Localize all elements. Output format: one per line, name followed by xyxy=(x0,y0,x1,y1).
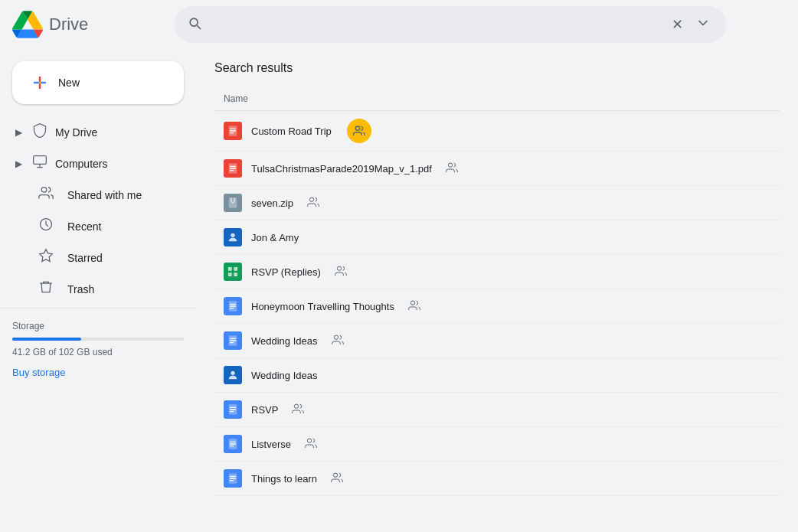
shared-icon xyxy=(307,196,319,211)
file-name-cell: seven.zip xyxy=(214,186,780,220)
file-name-text: Honeymoon Travelling Thoughts xyxy=(251,301,394,312)
file-name-text: Wedding Ideas xyxy=(251,370,318,381)
sidebar-item-starred[interactable]: Starred xyxy=(0,242,184,273)
results-table: Name Custom Road Trip TulsaChristmasPara… xyxy=(214,87,780,496)
file-type-icon xyxy=(224,366,242,384)
file-name-cell: Jon & Amy xyxy=(214,220,780,255)
table-row[interactable]: Custom Road Trip xyxy=(214,111,780,152)
file-name-text: RSVP (Replies) xyxy=(251,266,321,278)
file-name-cell: Honeymoon Travelling Thoughts xyxy=(214,289,780,324)
file-type-icon xyxy=(224,469,242,488)
file-name-cell: Custom Road Trip xyxy=(214,111,780,152)
main-layout: New ▶ My Drive ▶ Computers xyxy=(0,49,798,532)
storage-bar-fill xyxy=(12,338,81,341)
file-type-icon xyxy=(224,228,242,246)
table-row[interactable]: Wedding Ideas xyxy=(214,324,780,358)
svg-point-13 xyxy=(410,301,414,305)
sidebar-starred-label: Starred xyxy=(67,252,172,264)
shared-icon xyxy=(305,437,317,452)
sidebar-item-my-drive[interactable]: ▶ My Drive xyxy=(0,116,184,148)
shared-icon xyxy=(446,162,458,176)
file-type-icon xyxy=(224,194,242,212)
file-name-text: Wedding Ideas xyxy=(251,335,318,347)
svg-point-16 xyxy=(231,371,234,375)
file-name-cell: Wedding Ideas xyxy=(214,358,780,393)
drive-logo-icon xyxy=(12,9,43,40)
search-input[interactable] xyxy=(208,18,662,31)
file-name-cell: Things to learn xyxy=(214,462,780,496)
file-type-icon xyxy=(224,435,242,453)
file-type-icon xyxy=(224,400,242,419)
sidebar-item-trash[interactable]: Trash xyxy=(0,273,184,305)
table-row[interactable]: RSVP (Replies) xyxy=(214,255,780,289)
table-row[interactable]: seven.zip xyxy=(214,186,780,220)
search-bar[interactable]: ✕ xyxy=(175,6,726,43)
shared-icon xyxy=(37,185,55,204)
sidebar-my-drive-label: My Drive xyxy=(55,126,172,139)
logo-area: Drive xyxy=(12,9,165,40)
svg-rect-1 xyxy=(34,156,47,165)
file-name-text: seven.zip xyxy=(251,197,293,209)
file-name-cell: TulsaChristmasParade2019Map_v_1.pdf xyxy=(214,152,780,186)
table-row[interactable]: Listverse xyxy=(214,427,780,462)
sidebar-recent-label: Recent xyxy=(67,220,172,233)
trash-icon xyxy=(37,279,55,299)
new-button[interactable]: New xyxy=(12,61,184,104)
svg-point-9 xyxy=(309,197,313,201)
file-name-text: Jon & Amy xyxy=(251,232,299,243)
file-type-icon xyxy=(224,263,242,281)
share-tooltip-circle[interactable] xyxy=(347,119,371,143)
search-dropdown-button[interactable] xyxy=(692,12,714,38)
shared-icon xyxy=(335,265,347,279)
content-area: Search results Name Custom Road Trip Tul… xyxy=(196,49,798,532)
table-row[interactable]: Wedding Ideas xyxy=(214,358,780,393)
topbar: Drive ✕ xyxy=(0,0,798,49)
file-name-cell: Wedding Ideas xyxy=(214,324,780,358)
table-row[interactable]: Honeymoon Travelling Thoughts xyxy=(214,289,780,324)
my-drive-icon xyxy=(31,122,49,142)
sidebar-trash-label: Trash xyxy=(67,283,172,295)
shared-icon xyxy=(292,403,304,417)
shared-icon xyxy=(408,299,420,314)
svg-point-15 xyxy=(334,335,338,339)
search-clear-button[interactable]: ✕ xyxy=(669,13,686,36)
file-name-text: RSVP xyxy=(251,404,278,416)
sidebar-item-recent[interactable]: Recent xyxy=(0,211,184,242)
file-type-icon xyxy=(224,297,242,315)
sidebar-shared-label: Shared with me xyxy=(67,189,172,201)
table-row[interactable]: RSVP xyxy=(214,393,780,427)
buy-storage-button[interactable]: Buy storage xyxy=(12,364,65,381)
svg-point-2 xyxy=(41,188,47,193)
storage-section: Storage 41.2 GB of 102 GB used Buy stora… xyxy=(0,315,196,387)
table-row[interactable]: TulsaChristmasParade2019Map_v_1.pdf xyxy=(214,152,780,186)
svg-point-7 xyxy=(448,163,452,167)
app-title: Drive xyxy=(49,15,88,34)
computers-icon xyxy=(31,154,49,173)
file-name-cell: RSVP xyxy=(214,393,780,427)
file-name-text: TulsaChristmasParade2019Map_v_1.pdf xyxy=(251,163,432,175)
file-type-icon xyxy=(224,122,242,140)
file-name-text: Things to learn xyxy=(251,473,317,485)
svg-point-0 xyxy=(39,82,41,84)
shared-icon xyxy=(332,334,344,348)
svg-point-11 xyxy=(337,266,341,270)
storage-used-text: 41.2 GB of 102 GB used xyxy=(12,347,184,357)
starred-icon xyxy=(37,248,55,267)
recent-icon xyxy=(37,217,55,236)
table-row[interactable]: Jon & Amy xyxy=(214,220,780,255)
sidebar-computers-label: Computers xyxy=(55,158,172,170)
column-name-header: Name xyxy=(214,87,780,111)
svg-point-10 xyxy=(231,233,234,237)
svg-point-18 xyxy=(295,404,299,408)
table-row[interactable]: Things to learn xyxy=(214,462,780,496)
arrow-icon: ▶ xyxy=(12,127,25,138)
svg-point-5 xyxy=(355,126,359,130)
file-type-icon xyxy=(224,159,242,178)
storage-title: Storage xyxy=(12,321,184,331)
file-name-cell: RSVP (Replies) xyxy=(214,255,780,289)
plus-icon xyxy=(31,73,49,92)
sidebar-item-shared-with-me[interactable]: Shared with me xyxy=(0,179,184,211)
file-type-icon xyxy=(224,331,242,350)
new-button-label: New xyxy=(58,77,80,89)
sidebar-item-computers[interactable]: ▶ Computers xyxy=(0,148,184,179)
